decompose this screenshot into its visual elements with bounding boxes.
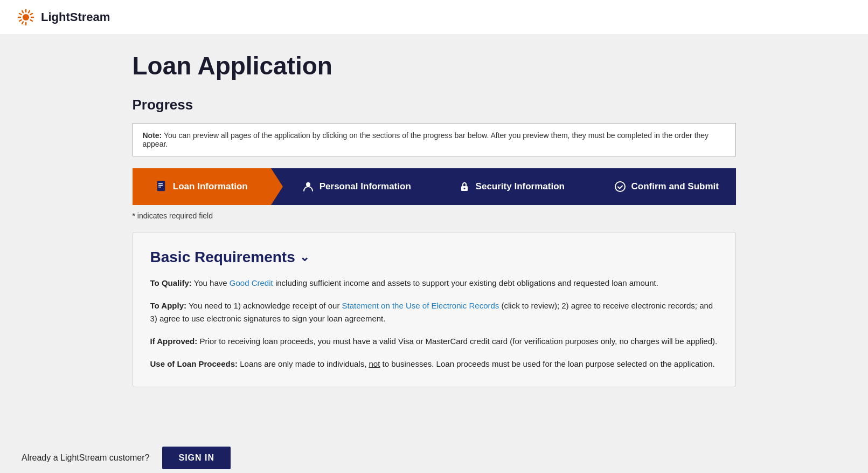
required-note: * indicates required field xyxy=(133,211,736,220)
main-content: Loan Application Progress Note: You can … xyxy=(111,35,758,436)
step-confirm-submit[interactable]: Confirm and Submit xyxy=(581,168,736,205)
signin-bar: Already a LightStream customer? SIGN IN xyxy=(0,436,868,473)
svg-rect-15 xyxy=(158,187,161,188)
use-paragraph: Use of Loan Proceeds: Loans are only mad… xyxy=(150,358,718,371)
note-box: Note: You can preview all pages of the a… xyxy=(133,123,736,156)
basic-requirements-title[interactable]: Basic Requirements ⌄ xyxy=(150,249,718,266)
signin-bar-text: Already a LightStream customer? xyxy=(22,453,149,463)
note-bold: Note: xyxy=(143,131,162,140)
svg-point-18 xyxy=(463,188,465,189)
svg-line-4 xyxy=(31,20,33,21)
use-bold: Use of Loan Proceeds: xyxy=(150,359,238,368)
page-title: Loan Application xyxy=(133,51,736,80)
progress-label: Progress xyxy=(133,97,736,113)
use-text-before: Loans are only made to individuals, xyxy=(240,359,369,368)
svg-line-6 xyxy=(19,13,22,15)
svg-point-9 xyxy=(23,14,29,20)
svg-point-19 xyxy=(615,182,625,191)
qualify-before-link: You have xyxy=(194,278,230,287)
svg-line-10 xyxy=(22,22,23,24)
step-confirm-submit-label: Confirm and Submit xyxy=(631,181,719,192)
sign-in-button[interactable]: SIGN IN xyxy=(162,447,231,469)
step-loan-info[interactable]: Loan Information xyxy=(133,168,272,205)
security-info-icon xyxy=(459,181,470,193)
step-personal-info[interactable]: Personal Information xyxy=(271,168,426,205)
step-security-info-label: Security Information xyxy=(476,181,565,192)
svg-rect-12 xyxy=(157,181,165,191)
electronic-records-link[interactable]: Statement on the Use of Electronic Recor… xyxy=(342,301,499,310)
basic-requirements-card: Basic Requirements ⌄ To Qualify: You hav… xyxy=(133,232,736,387)
svg-line-5 xyxy=(22,11,23,13)
use-text-after: to businesses. Loan proceeds must be use… xyxy=(383,359,715,368)
basic-requirements-title-text: Basic Requirements xyxy=(150,249,295,266)
approved-paragraph: If Approved: Prior to receiving loan pro… xyxy=(150,335,718,348)
qualify-bold: To Qualify: xyxy=(150,278,192,287)
approved-bold: If Approved: xyxy=(150,337,198,346)
chevron-down-icon: ⌄ xyxy=(300,250,309,264)
approved-text: Prior to receiving loan proceeds, you mu… xyxy=(199,337,717,346)
svg-line-1 xyxy=(29,11,30,13)
note-text: You can preview all pages of the applica… xyxy=(143,131,709,148)
progress-bar: Loan Information Personal Information Se… xyxy=(133,168,736,205)
step-personal-info-label: Personal Information xyxy=(320,181,411,192)
qualify-after-link: including sufficient income and assets t… xyxy=(275,278,658,287)
logo: LightStream xyxy=(16,8,110,27)
step-loan-info-label: Loan Information xyxy=(173,181,248,192)
svg-line-8 xyxy=(19,20,22,21)
step-security-info[interactable]: Security Information xyxy=(426,168,581,205)
svg-rect-14 xyxy=(158,185,163,186)
svg-line-2 xyxy=(31,13,33,15)
apply-before-link: You need to 1) acknowledge receipt of ou… xyxy=(189,301,342,310)
personal-info-icon xyxy=(302,181,314,193)
use-not-text: not xyxy=(369,359,380,368)
good-credit-link[interactable]: Good Credit xyxy=(230,278,273,287)
qualify-paragraph: To Qualify: You have Good Credit includi… xyxy=(150,277,718,290)
apply-paragraph: To Apply: You need to 1) acknowledge rec… xyxy=(150,299,718,325)
svg-point-16 xyxy=(306,182,310,187)
svg-rect-13 xyxy=(158,183,163,184)
apply-bold: To Apply: xyxy=(150,301,187,310)
loan-info-icon xyxy=(156,181,168,193)
header: LightStream xyxy=(0,0,868,35)
logo-text: LightStream xyxy=(41,10,110,24)
lightstream-logo-icon xyxy=(16,8,36,27)
confirm-submit-icon xyxy=(614,181,626,193)
